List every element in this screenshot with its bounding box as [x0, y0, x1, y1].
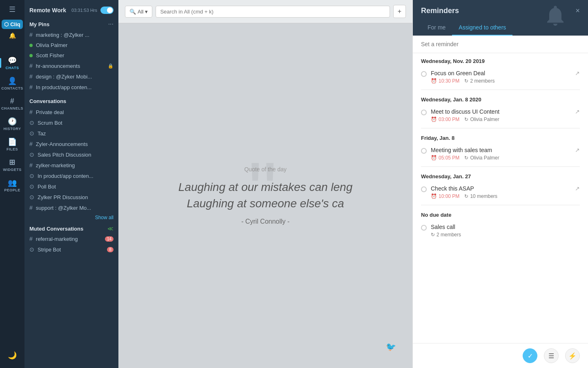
- external-link-icon[interactable]: ↗: [575, 185, 580, 192]
- new-message-button[interactable]: +: [393, 5, 406, 18]
- reminder-members: ↻ 2 members: [431, 232, 461, 238]
- filter-button[interactable]: ⚡: [565, 348, 580, 363]
- twitter-icon[interactable]: 🐦: [386, 342, 396, 352]
- conv-item-zyler[interactable]: # Zyler-Announcements: [24, 139, 118, 149]
- channel-icon: ⊙: [29, 151, 34, 158]
- pinned-item-scott[interactable]: Scott Fisher: [24, 50, 118, 61]
- reminder-input-wrap: [413, 36, 588, 53]
- clock-icon: ⏰: [431, 193, 437, 199]
- pinned-item-design[interactable]: # design : @Zyker Mobi...: [24, 71, 118, 82]
- completed-reminders-button[interactable]: ✓: [523, 348, 537, 363]
- app-logo[interactable]: ⬡ Cliq: [2, 20, 23, 29]
- sidebar-item-widgets[interactable]: ⊞ WIDGETS: [0, 155, 24, 175]
- pinned-item-hr[interactable]: # hr-announcements 🔒: [24, 61, 118, 71]
- reminder-complete-checkbox[interactable]: [421, 186, 427, 192]
- nav-logo-area: ☰ ⬡ Cliq 🔔: [2, 5, 23, 46]
- divider: [421, 128, 580, 128]
- people-icon: 👥: [8, 178, 17, 187]
- pinned-item-label: marketing : @Zylker ...: [36, 32, 114, 38]
- widgets-label: WIDGETS: [3, 168, 22, 172]
- chevron-down-icon: ▾: [145, 9, 148, 15]
- pinned-item-marketing[interactable]: # marketing : @Zylker ...: [24, 29, 118, 40]
- reminder-complete-checkbox[interactable]: [421, 148, 427, 154]
- clock-icon: ⏰: [431, 117, 437, 122]
- toggle-switch[interactable]: [100, 7, 114, 14]
- filter-icon: ⚡: [568, 352, 577, 360]
- mute-icon: ≪: [107, 225, 114, 232]
- external-link-icon[interactable]: ↗: [575, 70, 580, 76]
- plus-icon: +: [398, 8, 401, 15]
- bot-icon: ⊙: [29, 246, 34, 253]
- quote-background-icon: ": [248, 144, 277, 238]
- quote-area: " Quote of the day Laughing at our mista…: [118, 23, 412, 368]
- sidebar-item-history[interactable]: 🕐 HISTORY: [0, 114, 24, 134]
- conv-item-scrum-bot[interactable]: ⊙ Scrum Bot: [24, 117, 118, 128]
- divider: [421, 90, 580, 90]
- reminder-complete-checkbox[interactable]: [421, 71, 427, 77]
- divider: [421, 166, 580, 167]
- conv-item-label: zylker-marketing: [36, 162, 114, 168]
- search-input[interactable]: [160, 9, 385, 15]
- people-label: PEOPLE: [4, 188, 20, 192]
- reminder-title: Focus on Green Deal: [431, 70, 571, 76]
- sidebar-item-files[interactable]: 📄 FILES: [0, 134, 24, 155]
- reminder-complete-checkbox[interactable]: [421, 225, 427, 231]
- muted-item-label: Stripe Bot: [38, 247, 104, 253]
- conv-item-support[interactable]: # support : @Zylker Mo...: [24, 202, 118, 213]
- sidebar-item-contacts[interactable]: 👤 CONTACTS: [0, 73, 24, 94]
- conv-item-taz[interactable]: ⊙ Taz: [24, 128, 118, 139]
- pinned-item-label: Olivia Palmer: [36, 42, 114, 48]
- date-label: Wednesday, Jan. 8 2020: [421, 96, 580, 103]
- clock-icon: ⏰: [431, 78, 437, 84]
- speaker-icon[interactable]: 🔔: [9, 32, 16, 39]
- conv-item-zylker-marketing[interactable]: # zylker-marketing: [24, 160, 118, 171]
- pinned-item-olivia[interactable]: Olivia Palmer: [24, 40, 118, 50]
- reminder-body: Meet to discuss UI Content ⏰ 03:00 PM ↻ …: [431, 108, 571, 122]
- reminder-complete-checkbox[interactable]: [421, 110, 427, 115]
- hamburger-icon[interactable]: ☰: [9, 5, 16, 14]
- sidebar-item-channels[interactable]: # CHANNELS: [0, 94, 24, 114]
- channel-icon: #: [29, 84, 33, 90]
- group-icon: ↻: [464, 78, 468, 84]
- close-button[interactable]: ×: [575, 7, 580, 15]
- search-bar: 🔍 All ▾ +: [118, 0, 412, 23]
- conv-item-product2[interactable]: ⊙ In product/app conten...: [24, 171, 118, 181]
- reminder-members: ↻ Olivia Palmer: [464, 155, 499, 161]
- contacts-label: CONTACTS: [1, 86, 23, 90]
- tab-for-me[interactable]: For me: [421, 21, 452, 36]
- reminder-meta: ⏰ 10:00 PM ↻ 10 members: [431, 193, 571, 199]
- nav-bottom: 🌙: [4, 348, 20, 363]
- unread-badge: 8: [107, 247, 114, 252]
- conv-item-label: Scrum Bot: [38, 120, 114, 126]
- external-link-icon[interactable]: ↗: [575, 147, 580, 153]
- pins-more-icon[interactable]: ···: [108, 20, 114, 28]
- check-icon: ✓: [528, 352, 533, 360]
- conv-item-poll-bot[interactable]: ⊙ Poll Bot: [24, 181, 118, 192]
- muted-item-stripe[interactable]: ⊙ Stripe Bot 8: [24, 244, 118, 255]
- conv-item-private-deal[interactable]: # Private deal: [24, 107, 118, 117]
- left-navigation: ☰ ⬡ Cliq 🔔 💬 CHATS 👤 CONTACTS # CHANNELS…: [0, 0, 24, 368]
- external-link-icon[interactable]: ↗: [575, 108, 580, 115]
- date-label: Wednesday, Nov. 20 2019: [421, 58, 580, 64]
- reminder-input[interactable]: [421, 41, 580, 47]
- show-all-link[interactable]: Show all: [24, 213, 118, 222]
- timer-display: 03:31:53 Hrs: [71, 8, 97, 13]
- reminder-time: ⏰ 10:00 PM: [431, 193, 459, 199]
- sidebar-item-people[interactable]: 👥 PEOPLE: [0, 175, 24, 195]
- sidebar-item-chats[interactable]: 💬 CHATS: [0, 53, 24, 73]
- search-filter-button[interactable]: 🔍 All ▾: [125, 6, 152, 18]
- conv-item-sales-pitch[interactable]: ⊙ Sales Pitch Discussion: [24, 149, 118, 160]
- moon-icon[interactable]: 🌙: [4, 348, 20, 363]
- pinned-item-product[interactable]: # In product/app conten...: [24, 82, 118, 92]
- date-group-2: Wednesday, Jan. 8 2020 Meet to discuss U…: [413, 92, 588, 126]
- chats-icon: 💬: [8, 56, 17, 65]
- reminders-content: Wednesday, Nov. 20 2019 Focus on Green D…: [413, 36, 588, 343]
- list-view-button[interactable]: ☰: [544, 348, 559, 363]
- muted-item-referral[interactable]: # referral-marketing 14: [24, 233, 118, 244]
- muted-title: Muted Conversations: [29, 226, 83, 232]
- online-indicator: [29, 54, 33, 57]
- conv-item-zylker-pr[interactable]: ⊙ Zylker PR Discussion: [24, 192, 118, 202]
- tab-assigned-to-others[interactable]: Assigned to others: [452, 21, 512, 36]
- channels-label: CHANNELS: [1, 106, 23, 110]
- channel-icon: #: [29, 236, 33, 242]
